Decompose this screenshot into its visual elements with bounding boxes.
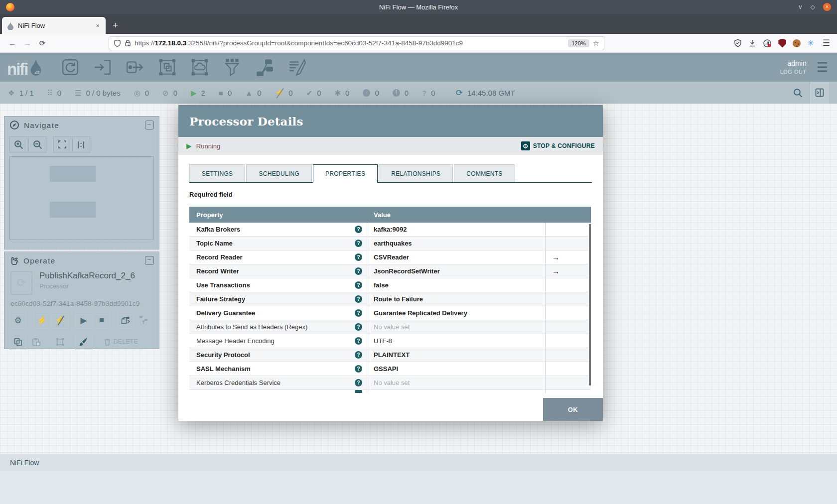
browser-menu-button[interactable]: ☰: [823, 38, 830, 48]
help-icon[interactable]: ?: [355, 323, 362, 331]
goto-service-arrow[interactable]: →: [552, 267, 559, 275]
help-icon[interactable]: ?: [355, 337, 362, 345]
tab-settings[interactable]: SETTINGS: [189, 164, 245, 182]
color-button[interactable]: [75, 333, 92, 350]
zoom-fit-button[interactable]: [53, 136, 71, 152]
help-icon[interactable]: ?: [355, 281, 362, 289]
new-tab-button[interactable]: +: [113, 20, 118, 30]
breadcrumb-root[interactable]: NiFi Flow: [10, 459, 39, 467]
processor-component-icon[interactable]: [61, 58, 80, 77]
property-value[interactable]: No value set: [367, 320, 546, 334]
property-row[interactable]: Topic Name?earthquakes: [189, 237, 591, 251]
back-button[interactable]: ←: [5, 39, 20, 47]
logout-link[interactable]: LOG OUT: [780, 68, 807, 76]
zoom-in-button[interactable]: [9, 136, 27, 152]
property-value[interactable]: PLAINTEXT: [367, 348, 546, 362]
process-group-icon[interactable]: [158, 58, 177, 77]
help-icon[interactable]: ?: [355, 309, 362, 317]
lock-warning-icon[interactable]: [125, 39, 131, 47]
global-menu-button[interactable]: ☰: [817, 61, 828, 74]
tab-properties[interactable]: PROPERTIES: [313, 164, 378, 183]
reload-button[interactable]: ⟳: [35, 39, 50, 48]
property-value[interactable]: Route to Failure: [367, 292, 546, 306]
zoom-actual-button[interactable]: |:|: [72, 136, 90, 152]
tab-comments[interactable]: COMMENTS: [454, 164, 515, 182]
help-icon[interactable]: ?: [355, 267, 362, 275]
forward-button[interactable]: →: [20, 39, 35, 47]
tab-relationships[interactable]: RELATIONSHIPS: [379, 164, 453, 182]
property-row[interactable]: Kafka Brokers?kafka:9092: [189, 223, 591, 237]
enable-button[interactable]: ⚡: [33, 312, 50, 329]
property-value[interactable]: No value set: [367, 376, 546, 389]
help-icon[interactable]: ?: [355, 351, 362, 359]
url-bar[interactable]: https://172.18.0.3:32558/nifi/?processGr…: [109, 36, 604, 50]
browser-tab[interactable]: NiFi Flow ×: [2, 17, 106, 34]
zoom-out-button[interactable]: [28, 136, 46, 152]
create-template-button[interactable]: [117, 312, 134, 329]
property-value[interactable]: Guarantee Replicated Delivery: [367, 306, 546, 320]
change-version-button[interactable]: [135, 312, 152, 329]
ublock-origin-icon[interactable]: [778, 39, 786, 48]
window-minimize-icon[interactable]: ∨: [798, 3, 803, 10]
property-value[interactable]: UTF-8: [367, 334, 546, 348]
funnel-icon[interactable]: [223, 58, 242, 77]
help-icon[interactable]: ?: [355, 240, 362, 247]
property-row[interactable]: Record Reader?CSVReader→: [189, 251, 591, 264]
property-row[interactable]: Use Transactions?false: [189, 278, 591, 292]
disable-button[interactable]: ⚡: [51, 312, 68, 329]
tab-scheduling[interactable]: SCHEDULING: [246, 164, 312, 182]
birdseye-minimap[interactable]: [9, 156, 154, 240]
page-zoom-badge[interactable]: 120%: [568, 39, 589, 47]
window-restore-icon[interactable]: ◇: [811, 3, 815, 10]
copy-button[interactable]: [9, 333, 26, 350]
property-row[interactable]: Message Header Encoding?UTF-8: [189, 334, 591, 348]
bookmark-star-icon[interactable]: ☆: [593, 39, 599, 48]
table-scrollbar[interactable]: [589, 224, 591, 385]
property-row[interactable]: Delivery Guarantee?Guarantee Replicated …: [189, 306, 591, 320]
download-icon[interactable]: [748, 39, 756, 47]
configure-button[interactable]: ⚙: [9, 312, 26, 329]
property-value[interactable]: GSSAPI: [367, 362, 546, 376]
start-button[interactable]: ▶: [75, 312, 92, 329]
canvas-search-button[interactable]: [786, 88, 810, 98]
property-row[interactable]: Kerberos Credentials Service?No value se…: [189, 376, 591, 390]
birdseye-toggle-button[interactable]: [810, 82, 829, 104]
refresh-icon[interactable]: ⟳: [456, 89, 463, 97]
operate-collapse-button[interactable]: –: [145, 256, 154, 265]
property-row[interactable]: Attributes to Send as Headers (Regex)?No…: [189, 320, 591, 334]
goto-service-arrow[interactable]: →: [552, 253, 559, 261]
pocket-shield-icon[interactable]: [734, 39, 742, 47]
pinwheel-extension-icon[interactable]: ✳: [807, 39, 814, 47]
label-icon[interactable]: [287, 58, 306, 77]
help-icon[interactable]: ?: [355, 379, 362, 386]
group-button[interactable]: [51, 333, 68, 350]
property-value[interactable]: kafka:9092: [367, 223, 546, 236]
tab-close-icon[interactable]: ×: [95, 22, 101, 29]
property-row[interactable]: Record Writer?JsonRecordSetWriter→: [189, 264, 591, 278]
property-value[interactable]: false: [367, 278, 546, 292]
cookie-extension-icon[interactable]: [793, 39, 801, 47]
input-port-icon[interactable]: [93, 58, 112, 77]
help-icon[interactable]: ?: [355, 295, 362, 303]
property-row[interactable]: Failure Strategy?Route to Failure: [189, 292, 591, 306]
property-value[interactable]: CSVReader: [367, 251, 546, 264]
help-icon[interactable]: ?: [355, 226, 362, 233]
stop-and-configure-button[interactable]: ⚙ STOP & CONFIGURE: [521, 141, 595, 150]
property-row[interactable]: SASL Mechanism?GSSAPI: [189, 362, 591, 376]
navigate-collapse-button[interactable]: –: [145, 121, 154, 129]
url-text[interactable]: https://172.18.0.3:32558/nifi/?processGr…: [135, 39, 564, 47]
multi-account-container-icon[interactable]: [763, 39, 772, 48]
property-value[interactable]: JsonRecordSetWriter: [367, 264, 546, 278]
help-icon[interactable]: ?: [355, 365, 362, 373]
template-icon[interactable]: [255, 58, 274, 77]
property-row[interactable]: Security Protocol?PLAINTEXT: [189, 348, 591, 362]
window-close-button[interactable]: ×: [823, 3, 831, 11]
help-icon[interactable]: ?: [355, 253, 362, 261]
output-port-icon[interactable]: [126, 58, 144, 77]
property-value[interactable]: earthquakes: [367, 237, 546, 250]
paste-button[interactable]: [27, 333, 44, 350]
delete-button[interactable]: DELETE: [99, 333, 143, 350]
shield-permissions-icon[interactable]: [114, 39, 121, 47]
stop-button[interactable]: ■: [93, 312, 110, 329]
ok-button[interactable]: OK: [543, 398, 603, 421]
